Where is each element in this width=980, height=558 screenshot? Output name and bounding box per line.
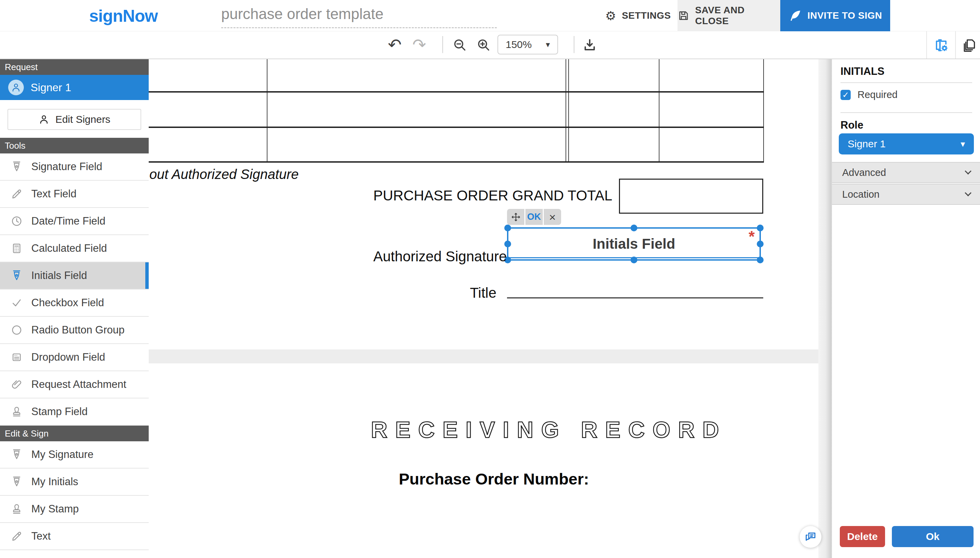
sidebar-item-text-field[interactable]: Text Field	[0, 181, 149, 208]
tool-label: Checkbox Field	[31, 297, 104, 309]
undo-button[interactable]: ↶	[388, 35, 402, 55]
sidebar-item-checkbox-field[interactable]: Checkbox Field	[0, 290, 149, 317]
chevron-down-icon: ▾	[960, 139, 965, 149]
doc-text-po-number: Purchase Order Number:	[399, 469, 589, 488]
ok-button[interactable]: Ok	[892, 526, 973, 547]
panel-divider	[840, 82, 972, 83]
field-ok-button[interactable]: OK	[525, 209, 543, 225]
stamp-icon	[11, 503, 23, 515]
table-line	[267, 59, 268, 162]
tool-label: My Stamp	[31, 503, 79, 515]
tool-label: Text Field	[31, 188, 77, 200]
resize-handle-nw[interactable]	[504, 225, 511, 231]
sidebar-item-my-initials[interactable]: My Initials	[0, 469, 149, 496]
table-line	[149, 91, 764, 92]
grand-total-box	[619, 179, 763, 214]
location-accordion[interactable]: Location	[832, 184, 980, 205]
paperclip-icon	[11, 379, 23, 390]
canvas-scrollbar[interactable]	[818, 59, 831, 558]
document-title-input[interactable]: purchase order template	[221, 5, 384, 23]
zoom-in-button[interactable]	[476, 38, 491, 52]
document-canvas: out Authorized Signature PURCHASE ORDER …	[149, 59, 818, 558]
help-chat-button[interactable]	[799, 526, 821, 548]
sidebar-item-initials-field[interactable]: Initials Field	[0, 262, 149, 290]
zoom-level-select[interactable]: 150% ▾	[497, 35, 558, 54]
left-sidebar: Request Signer 1 Edit Signers Tools Sign…	[0, 59, 149, 558]
table-line	[566, 59, 566, 162]
sidebar-item-text[interactable]: Text	[0, 523, 149, 550]
stamp-icon	[11, 406, 23, 417]
sidebar-item-todays-date[interactable]: Today's Date	[0, 550, 149, 558]
signer-avatar	[8, 80, 24, 95]
save-and-close-button[interactable]: SAVE AND CLOSE	[678, 0, 780, 31]
required-checkbox[interactable]: ✓	[840, 90, 851, 100]
calculator-icon	[11, 243, 23, 254]
zoom-out-icon	[453, 38, 467, 52]
redo-button[interactable]: ↷	[412, 35, 426, 55]
sidebar-item-signer-1[interactable]: Signer 1	[0, 75, 149, 100]
dropdown-list-icon	[11, 351, 23, 363]
required-checkbox-row[interactable]: ✓ Required	[840, 89, 898, 100]
toolbar-cell-border	[926, 31, 927, 59]
invite-to-sign-label: INVITE TO SIGN	[808, 10, 882, 21]
tool-label: Calculated Field	[31, 242, 107, 254]
field-move-button[interactable]	[507, 209, 524, 225]
chevron-down-icon: ▾	[546, 40, 550, 49]
sidebar-item-request-attachment[interactable]: Request Attachment	[0, 371, 149, 399]
toolbar-divider	[442, 36, 443, 53]
resize-handle-ne[interactable]	[757, 225, 763, 231]
panel-heading: INITIALS	[840, 65, 885, 77]
invite-to-sign-button[interactable]: INVITE TO SIGN	[780, 0, 890, 31]
clock-icon	[11, 215, 23, 227]
field-close-button[interactable]: ×	[544, 209, 561, 225]
pen-nib-icon	[11, 449, 23, 460]
required-asterisk: *	[749, 227, 755, 246]
pencil-icon	[11, 530, 23, 542]
resize-handle-n[interactable]	[630, 225, 637, 231]
role-value: Signer 1	[848, 138, 886, 150]
edit-sign-list: My Signature My Initials My Stamp Text T…	[0, 441, 149, 558]
delete-button[interactable]: Delete	[840, 526, 885, 547]
resize-handle-e[interactable]	[757, 241, 763, 247]
sidebar-item-my-stamp[interactable]: My Stamp	[0, 496, 149, 523]
resize-handle-s[interactable]	[630, 256, 637, 263]
zoom-out-button[interactable]	[453, 38, 467, 52]
chevron-down-icon	[965, 190, 972, 196]
chevron-down-icon	[965, 168, 972, 174]
move-icon	[511, 212, 520, 222]
panel-divider	[840, 112, 972, 113]
signnow-logo[interactable]: signNow	[89, 6, 158, 26]
sidebar-item-datetime-field[interactable]: Date/Time Field	[0, 208, 149, 235]
chat-bubble-icon	[804, 531, 817, 543]
pages-panel-button[interactable]	[962, 38, 977, 53]
top-header: signNow purchase order template ⚙ SETTIN…	[0, 0, 980, 31]
signnow-editor: signNow purchase order template ⚙ SETTIN…	[0, 0, 980, 558]
sidebar-item-dropdown-field[interactable]: Dropdown Field	[0, 344, 149, 371]
resize-handle-se[interactable]	[757, 256, 763, 263]
feather-icon	[788, 9, 802, 23]
role-select[interactable]: Signer 1 ▾	[839, 133, 974, 154]
sidebar-item-calculated-field[interactable]: Calculated Field	[0, 235, 149, 262]
resize-handle-w[interactable]	[504, 241, 511, 247]
advanced-accordion[interactable]: Advanced	[832, 162, 980, 183]
tool-label: Radio Button Group	[31, 324, 125, 336]
signer-label: Signer 1	[31, 81, 71, 94]
edit-signers-label: Edit Signers	[56, 114, 111, 125]
initials-field-label: Initials Field	[508, 229, 760, 259]
pages-icon	[962, 38, 977, 53]
sidebar-item-signature-field[interactable]: Signature Field	[0, 153, 149, 181]
advanced-label: Advanced	[842, 167, 886, 178]
role-label: Role	[840, 119, 863, 131]
settings-button[interactable]: ⚙ SETTINGS	[606, 0, 670, 31]
sidebar-item-my-signature[interactable]: My Signature	[0, 441, 149, 469]
download-icon	[583, 38, 597, 52]
download-button[interactable]	[583, 38, 597, 52]
table-line	[149, 161, 764, 162]
tool-label: Signature Field	[31, 161, 102, 173]
initials-field-widget[interactable]: Initials Field *	[507, 227, 761, 261]
field-settings-button[interactable]	[934, 38, 949, 53]
sidebar-item-radio-button-group[interactable]: Radio Button Group	[0, 317, 149, 344]
sidebar-item-stamp-field[interactable]: Stamp Field	[0, 399, 149, 426]
edit-signers-button[interactable]: Edit Signers	[8, 109, 141, 130]
document-title-underline	[221, 27, 497, 28]
